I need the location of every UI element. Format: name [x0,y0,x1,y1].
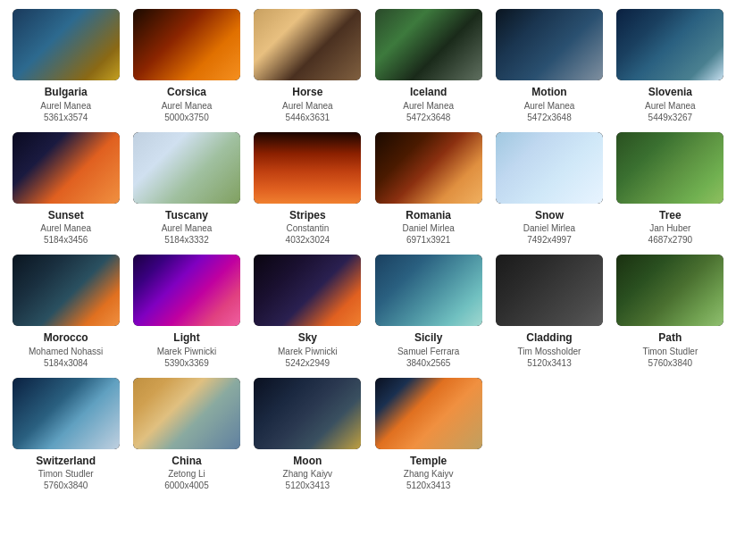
photo-author-bulgaria: Aurel Manea [40,100,91,112]
thumbnail-image-morocco [13,255,120,326]
photo-size-slovenia: 5449x3267 [648,112,693,123]
photo-title-temple: Temple [410,455,447,469]
photo-title-china: China [171,455,201,469]
thumbnail-image-sky [254,255,361,326]
photo-size-snow: 7492x4997 [527,234,572,246]
photo-size-china: 6000x4005 [164,480,209,491]
photo-author-motion: Aurel Manea [524,100,575,112]
photo-title-switzerland: Switzerland [36,455,96,469]
thumbnail-sunset [13,132,120,204]
photo-item-motion[interactable]: Motion Aurel Manea 5472x3648 [492,9,606,123]
photo-author-snow: Daniel Mirlea [523,222,575,234]
thumbnail-image-cladding [496,255,603,326]
photo-title-cladding: Cladding [526,331,572,346]
thumbnail-iceland [375,9,482,80]
thumbnail-switzerland [13,378,120,449]
thumbnail-image-china [133,378,240,449]
thumbnail-image-stripes [254,132,361,204]
thumbnail-corsica [133,9,240,80]
photo-author-sunset: Aurel Manea [40,222,91,234]
photo-author-path: Timon Studler [642,346,698,357]
photo-title-motion: Motion [531,86,566,100]
thumbnail-light [133,255,240,326]
thumbnail-snow [496,132,603,204]
thumbnail-image-tree [616,132,723,204]
thumbnail-image-moon [254,378,361,449]
photo-item-iceland[interactable]: Iceland Aurel Manea 5472x3648 [372,9,485,123]
photo-item-moon[interactable]: Moon Zhang Kaiyv 5120x3413 [251,378,364,492]
photo-item-romania[interactable]: Romania Daniel Mirlea 6971x3921 [372,132,485,247]
photo-item-switzerland[interactable]: Switzerland Timon Studler 5760x3840 [9,378,122,492]
photo-size-motion: 5472x3648 [527,112,572,123]
photo-title-tree: Tree [659,209,682,223]
thumbnail-image-slovenia [616,9,723,80]
thumbnail-image-snow [496,132,603,204]
photo-item-light[interactable]: Light Marek Piwnicki 5390x3369 [130,255,243,369]
thumbnail-sicily [375,255,482,326]
photo-title-morocco: Morocco [44,331,88,346]
photo-item-horse[interactable]: Horse Aurel Manea 5446x3631 [251,9,364,123]
thumbnail-temple [375,378,482,449]
thumbnail-motion [496,9,603,80]
photo-size-corsica: 5000x3750 [164,112,209,123]
photo-author-tree: Jan Huber [649,222,690,234]
photo-size-stripes: 4032x3024 [286,234,330,246]
photo-author-romania: Daniel Mirlea [402,222,454,234]
photo-author-cladding: Tim Mossholder [518,346,581,357]
thumbnail-morocco [13,255,120,326]
photo-item-path[interactable]: Path Timon Studler 5760x3840 [614,255,727,369]
photo-item-slovenia[interactable]: Slovenia Aurel Manea 5449x3267 [614,9,727,123]
photo-size-horse: 5446x3631 [286,112,330,123]
photo-size-light: 5390x3369 [164,357,209,369]
thumbnail-stripes [254,132,361,204]
photo-author-stripes: Constantin [286,222,329,234]
photo-title-sicily: Sicily [414,331,442,346]
photo-title-slovenia: Slovenia [648,86,692,100]
photo-title-light: Light [173,331,199,346]
thumbnail-bulgaria [13,9,120,80]
photo-author-horse: Aurel Manea [282,100,333,112]
photo-item-bulgaria[interactable]: Bulgaria Aurel Manea 5361x3574 [9,9,122,123]
photo-author-china: Zetong Li [168,468,205,480]
photo-item-tree[interactable]: Tree Jan Huber 4687x2790 [614,132,727,247]
photo-author-corsica: Aurel Manea [162,100,213,112]
photo-size-switzerland: 5760x3840 [44,480,88,491]
photo-item-tuscany[interactable]: Tuscany Aurel Manea 5184x3332 [130,132,243,247]
photo-item-china[interactable]: China Zetong Li 6000x4005 [130,378,243,492]
thumbnail-china [133,378,240,449]
photo-size-sky: 5242x2949 [286,357,330,369]
photo-size-temple: 5120x3413 [406,480,451,491]
photo-title-horse: Horse [292,86,322,100]
photo-size-sunset: 5184x3456 [44,234,88,246]
thumbnail-image-romania [375,132,482,204]
thumbnail-image-motion [496,9,603,80]
photo-author-sky: Marek Piwnicki [278,346,338,357]
photo-item-morocco[interactable]: Morocco Mohamed Nohassi 5184x3084 [9,255,122,369]
photo-item-snow[interactable]: Snow Daniel Mirlea 7492x4997 [492,132,606,247]
photo-item-cladding[interactable]: Cladding Tim Mossholder 5120x3413 [492,255,606,369]
photo-item-sky[interactable]: Sky Marek Piwnicki 5242x2949 [251,255,364,369]
photo-title-tuscany: Tuscany [165,209,208,223]
photo-item-corsica[interactable]: Corsica Aurel Manea 5000x3750 [130,9,243,123]
photo-size-bulgaria: 5361x3574 [44,112,88,123]
photo-item-temple[interactable]: Temple Zhang Kaiyv 5120x3413 [372,378,485,492]
photo-size-tree: 4687x2790 [648,234,693,246]
thumbnail-cladding [496,255,603,326]
photo-author-switzerland: Timon Studler [38,468,94,480]
photo-title-sunset: Sunset [48,209,84,223]
photo-item-sicily[interactable]: Sicily Samuel Ferrara 3840x2565 [372,255,485,369]
photo-item-stripes[interactable]: Stripes Constantin 4032x3024 [251,132,364,247]
thumbnail-image-temple [375,378,482,449]
thumbnail-slovenia [616,9,723,80]
photo-title-path: Path [658,331,682,346]
photo-title-sky: Sky [298,331,317,346]
photo-item-sunset[interactable]: Sunset Aurel Manea 5184x3456 [9,132,122,247]
thumbnail-image-tuscany [133,132,240,204]
thumbnail-image-bulgaria [13,9,120,80]
thumbnail-image-switzerland [13,378,120,449]
photo-author-moon: Zhang Kaiyv [283,468,333,480]
photo-size-path: 5760x3840 [648,357,693,369]
photo-author-tuscany: Aurel Manea [162,222,213,234]
thumbnail-horse [254,9,361,80]
photo-author-light: Marek Piwnicki [157,346,217,357]
